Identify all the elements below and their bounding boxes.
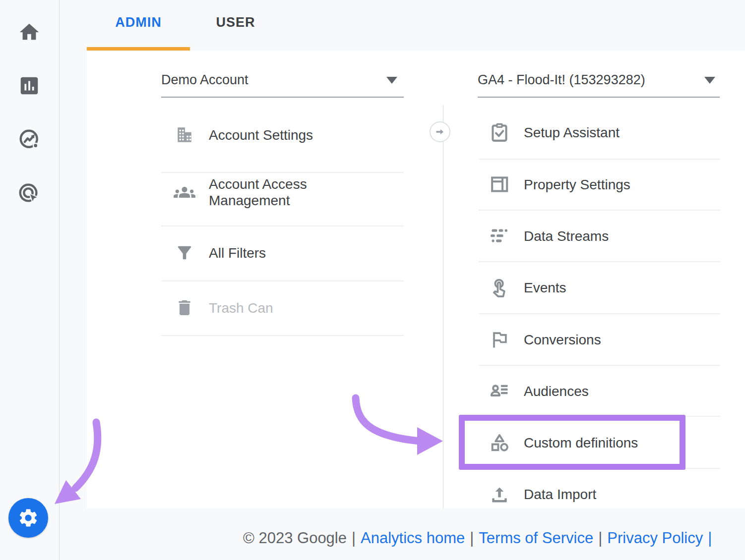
collapse-account-column-button[interactable]	[430, 121, 450, 142]
menu-item-label: Setup Assistant	[524, 124, 620, 141]
row-divider	[161, 172, 404, 173]
admin-panel	[87, 51, 745, 508]
footer-link-analytics-home[interactable]: Analytics home	[361, 529, 465, 547]
menu-item-account-settings[interactable]: Account Settings	[174, 122, 313, 147]
tab-user[interactable]: USER	[193, 15, 278, 30]
footer-link-privacy-policy[interactable]: Privacy Policy	[607, 529, 703, 547]
row-divider	[479, 416, 720, 417]
menu-item-label: Custom definitions	[524, 435, 638, 451]
menu-item-label: Data Streams	[524, 228, 609, 244]
left-nav-rail	[0, 0, 60, 560]
column-divider	[443, 105, 443, 508]
menu-item-data-import[interactable]: Data Import	[489, 482, 596, 506]
menu-item-label: Trash Can	[209, 300, 273, 316]
menu-item-trash-can[interactable]: Trash Can	[174, 295, 273, 320]
menu-item-custom-definitions[interactable]: Custom definitions	[489, 430, 638, 455]
menu-item-label: Property Settings	[524, 176, 630, 193]
ga-admin-screen: ADMIN USER Demo Account GA4 - Flood-It! …	[0, 0, 745, 560]
people-icon	[174, 181, 195, 203]
row-divider	[479, 261, 720, 262]
menu-item-audiences[interactable]: Audiences	[489, 379, 589, 403]
row-divider	[161, 335, 404, 336]
row-divider	[479, 313, 720, 314]
row-divider	[161, 225, 404, 226]
menu-item-label: Account Settings	[209, 127, 313, 143]
property-selector[interactable]: GA4 - Flood-It! (153293282)	[478, 72, 645, 88]
active-tab-underline	[87, 47, 190, 51]
menu-item-events[interactable]: Events	[489, 275, 566, 300]
shapes-icon	[489, 432, 510, 453]
flag-icon	[489, 329, 510, 350]
touch-icon	[489, 277, 510, 298]
explore-icon[interactable]	[18, 128, 41, 151]
chevron-down-icon[interactable]	[704, 77, 715, 84]
upload-icon	[489, 483, 510, 505]
building-icon	[174, 124, 195, 146]
menu-item-label: All Filters	[209, 245, 266, 261]
reports-icon[interactable]	[18, 74, 41, 97]
gear-icon	[17, 507, 39, 529]
menu-item-data-streams[interactable]: Data Streams	[489, 224, 609, 248]
advertising-icon[interactable]	[18, 182, 41, 205]
funnel-icon	[174, 242, 195, 264]
row-divider	[479, 210, 720, 211]
menu-item-label: Conversions	[524, 332, 601, 348]
person-list-icon	[489, 380, 510, 402]
account-header-underline	[161, 97, 404, 98]
copyright-text: © 2023 Google	[243, 529, 347, 547]
property-header-underline	[478, 97, 720, 98]
menu-item-label: Events	[524, 280, 566, 296]
menu-item-label: Data Import	[524, 486, 596, 503]
tab-admin[interactable]: ADMIN	[87, 15, 190, 30]
menu-item-label: Account Access Management	[209, 176, 333, 209]
menu-item-account-access-management[interactable]: Account Access Management	[174, 174, 333, 210]
menu-item-setup-assistant[interactable]: Setup Assistant	[489, 120, 620, 145]
chevron-down-icon[interactable]	[386, 77, 397, 84]
menu-item-conversions[interactable]: Conversions	[489, 327, 601, 352]
row-divider	[479, 159, 720, 160]
arrow-right-circle-icon	[434, 126, 446, 138]
footer: © 2023 Google|Analytics home|Terms of Se…	[243, 529, 712, 547]
footer-link-terms-of-service[interactable]: Terms of Service	[479, 529, 593, 547]
menu-item-label: Audiences	[524, 383, 589, 399]
account-selector[interactable]: Demo Account	[161, 72, 248, 88]
home-icon[interactable]	[18, 21, 41, 44]
row-divider	[161, 280, 404, 281]
stream-lines-icon	[489, 225, 510, 247]
admin-settings-button[interactable]	[8, 498, 48, 538]
trash-icon	[174, 297, 195, 319]
window-layout-icon	[489, 173, 510, 195]
menu-item-property-settings[interactable]: Property Settings	[489, 172, 630, 197]
row-divider	[479, 365, 720, 366]
row-divider	[479, 468, 720, 469]
menu-item-all-filters[interactable]: All Filters	[174, 240, 266, 265]
clipboard-check-icon	[489, 121, 510, 143]
